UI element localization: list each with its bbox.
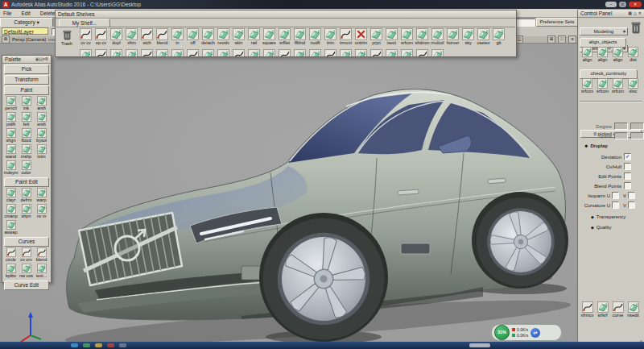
isoparm-u-checkbox[interactable] bbox=[612, 192, 619, 199]
isoparm-v-checkbox[interactable] bbox=[628, 192, 635, 199]
tool-nudft[interactable]: nudft bbox=[308, 28, 323, 45]
tool-shelf-12[interactable] bbox=[262, 49, 277, 57]
tool-felt[interactable]: felt bbox=[19, 112, 34, 128]
tool-shpn[interactable]: shpn bbox=[19, 204, 34, 220]
tool-blend[interactable]: blend bbox=[155, 28, 170, 45]
close-button[interactable]: ✕ bbox=[629, 2, 642, 7]
tool-shelf-9[interactable] bbox=[216, 49, 231, 57]
palette-tab-transform[interactable]: Transform bbox=[4, 75, 49, 85]
tool-cv-crv[interactable]: cv crv bbox=[19, 247, 34, 264]
tool-in[interactable]: in bbox=[170, 28, 185, 45]
tool-mulcol[interactable]: mulcol bbox=[430, 28, 445, 45]
menu-edit[interactable]: Edit bbox=[21, 10, 30, 16]
tool-defrm[interactable]: defrm bbox=[19, 188, 34, 204]
pane-split-icon[interactable]: ⊞ bbox=[547, 35, 555, 44]
tool-blend[interactable]: blend bbox=[34, 247, 49, 264]
tool-color[interactable]: color bbox=[19, 160, 34, 177]
tool-detach[interactable]: detach bbox=[200, 28, 216, 45]
tool-arsft[interactable]: arsft bbox=[34, 96, 49, 112]
tool-ersft[interactable]: ersft bbox=[34, 112, 49, 128]
cp-collapse-icon[interactable]: △ bbox=[634, 10, 637, 17]
tool-curve[interactable]: curve bbox=[610, 301, 625, 318]
tool-nsedit[interactable]: nsedit bbox=[625, 301, 641, 318]
cp-close-icon[interactable]: ✕ bbox=[638, 10, 642, 17]
pane-maximize-icon[interactable]: □ bbox=[558, 35, 566, 44]
tool-bysol[interactable]: bysol bbox=[34, 128, 49, 144]
tool-shelf-5[interactable] bbox=[155, 49, 170, 57]
quick-search-field[interactable] bbox=[516, 19, 535, 27]
tool-cv-cv[interactable]: cv cv bbox=[78, 28, 93, 45]
tool-shelf-2[interactable] bbox=[109, 49, 124, 57]
tool-nv-in[interactable]: nv in bbox=[34, 204, 49, 220]
shelf-trash-tool[interactable]: Trash bbox=[58, 29, 76, 46]
tool-sky[interactable]: sky bbox=[460, 28, 476, 45]
degree-v-field[interactable] bbox=[630, 123, 644, 130]
tool-pencil[interactable]: pencil bbox=[3, 96, 19, 112]
tool-clayr[interactable]: clayr bbox=[3, 188, 19, 204]
tool-srfcon[interactable]: srfcon bbox=[595, 78, 610, 93]
degree-u-field[interactable] bbox=[614, 123, 628, 130]
active-layer-chip[interactable]: DefaultLayer bbox=[2, 27, 48, 35]
tool-shelf-11[interactable] bbox=[246, 49, 262, 57]
tool-rail[interactable]: rail bbox=[246, 28, 262, 45]
tool-horver[interactable]: horver bbox=[445, 28, 460, 45]
tool-kptbv[interactable]: kptbv bbox=[3, 264, 19, 280]
tool-shelf-8[interactable] bbox=[200, 49, 216, 57]
tool-shelf-1[interactable] bbox=[93, 49, 109, 57]
tool-off[interactable]: off bbox=[185, 28, 200, 45]
tool-txtm[interactable]: txtm bbox=[34, 144, 49, 160]
tool-shelf-13[interactable] bbox=[277, 49, 292, 57]
tool-nw-cos[interactable]: nw cos bbox=[19, 264, 34, 280]
tool-shelf-22[interactable] bbox=[415, 49, 430, 57]
tool-square[interactable]: square bbox=[262, 28, 277, 45]
tool-align[interactable]: align bbox=[580, 47, 595, 62]
sync-icon[interactable]: ⇄ bbox=[530, 328, 540, 338]
palette-window[interactable]: Palette ▣▤▾⊠ Pick Transform Paint pencil… bbox=[2, 55, 52, 283]
viewport-close-icon[interactable]: ⊠ bbox=[2, 35, 10, 44]
windows-taskbar[interactable] bbox=[0, 342, 644, 349]
taskbar-app-icon[interactable] bbox=[107, 343, 114, 347]
palette-tab-pick[interactable]: Pick bbox=[4, 64, 49, 74]
tool-shelf-23[interactable] bbox=[430, 49, 445, 57]
tool-shelf-10[interactable] bbox=[231, 49, 246, 57]
tool-shdnon[interactable]: shdnon bbox=[415, 28, 430, 45]
maximize-button[interactable]: o bbox=[619, 2, 626, 7]
shelves-window-titlebar[interactable]: Default Shelves bbox=[56, 10, 516, 19]
tool-trmcvt[interactable]: trmcvt bbox=[338, 28, 353, 45]
system-status-widget[interactable]: 31% 0.0K/s 0.0K/s ⇄ bbox=[491, 324, 562, 341]
default-shelves-window[interactable]: Default Shelves My Shelf... Trash cv cv … bbox=[55, 10, 517, 57]
tool-stch[interactable]: stch bbox=[139, 28, 155, 45]
tool-mdsym[interactable]: mdsym bbox=[3, 160, 19, 177]
spans-u-field[interactable] bbox=[614, 132, 628, 139]
tool-skin[interactable]: skin bbox=[231, 28, 246, 45]
tool-prjct[interactable]: prjct bbox=[369, 28, 384, 45]
edit-points-checkbox[interactable] bbox=[624, 172, 631, 180]
cp-quality-section[interactable]: ◆ Quality bbox=[578, 225, 644, 230]
cvhull-checkbox[interactable] bbox=[624, 163, 631, 170]
taskbar-active-window[interactable] bbox=[469, 343, 490, 347]
palette-tab-curves[interactable]: Curves bbox=[4, 237, 49, 247]
taskbar-app-icon[interactable] bbox=[83, 343, 90, 347]
tool-disc[interactable]: disc bbox=[625, 78, 641, 93]
tool-usetex[interactable]: usetex bbox=[476, 28, 491, 45]
tool-shelf-4[interactable] bbox=[139, 49, 155, 57]
curvature-v-checkbox[interactable] bbox=[628, 202, 635, 209]
blend-points-checkbox[interactable] bbox=[624, 182, 631, 189]
taskbar-app-icon[interactable] bbox=[119, 343, 126, 347]
menu-file[interactable]: File bbox=[3, 10, 11, 16]
palette-tab-paint[interactable]: Paint bbox=[4, 85, 49, 95]
palette-tab-paint-edit[interactable]: Paint Edit bbox=[4, 177, 49, 187]
tool-ffblnd[interactable]: ffblnd bbox=[292, 28, 308, 45]
cp-display-header[interactable]: ❖ Display bbox=[578, 143, 644, 148]
tool-revslv[interactable]: revslv bbox=[216, 28, 231, 45]
tool-srfcon[interactable]: srfcon bbox=[580, 78, 595, 93]
tool-xfrmcv[interactable]: xfrmcv bbox=[580, 301, 595, 318]
tool-shelf-21[interactable] bbox=[399, 49, 415, 57]
tool-flood[interactable]: flood bbox=[19, 128, 34, 144]
tool-shelf-7[interactable] bbox=[185, 49, 200, 57]
tool-srfllet[interactable]: srfllet bbox=[277, 28, 292, 45]
cp-menu-modeling[interactable]: Modeling∗ bbox=[580, 27, 628, 35]
tool-aswap[interactable]: aswap bbox=[3, 220, 19, 236]
tool-shelf-14[interactable] bbox=[292, 49, 308, 57]
cp-transparency-section[interactable]: ◆ Transparency bbox=[578, 214, 644, 219]
